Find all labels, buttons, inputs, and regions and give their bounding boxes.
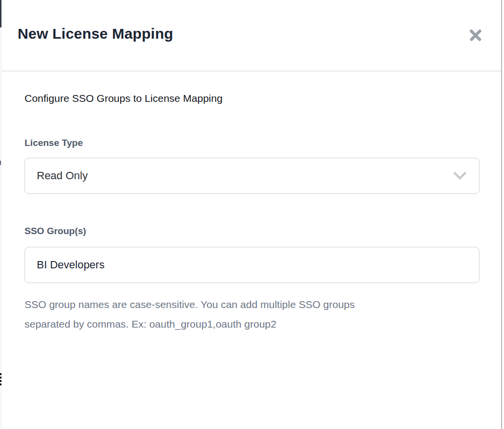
modal-header: New License Mapping (2, 0, 501, 72)
license-type-select[interactable]: Read Only (25, 158, 479, 194)
chevron-down-icon (454, 172, 466, 180)
page-behind-dark-header-edge (0, 0, 1, 27)
help-line-2: separated by commas. Ex: oauth_group1,oa… (25, 318, 277, 330)
close-icon (469, 28, 482, 41)
page-behind-right-edge (502, 0, 504, 429)
modal-body: Configure SSO Groups to License Mapping … (2, 72, 501, 334)
close-button[interactable] (468, 27, 483, 43)
page-behind-list-dash (0, 373, 1, 375)
modal-title: New License Mapping (18, 25, 173, 42)
sso-groups-input-wrapper (25, 247, 479, 283)
license-type-selected-value: Read Only (37, 169, 88, 182)
help-line-1: SSO group names are case-sensitive. You … (25, 299, 355, 310)
sso-groups-input[interactable] (37, 247, 467, 283)
license-type-label: License Type (25, 137, 479, 149)
form-heading: Configure SSO Groups to License Mapping (25, 91, 479, 106)
sso-groups-label: SSO Group(s) (25, 225, 479, 237)
new-license-mapping-dialog: New License Mapping Configure SSO Groups… (2, 0, 501, 429)
page-behind-list-dash (0, 383, 1, 385)
page-behind-list-dash (0, 380, 1, 382)
sso-groups-help-text: SSO group names are case-sensitive. You … (25, 295, 479, 334)
license-type-field-group: License Type Read Only (25, 137, 479, 194)
sso-groups-field-group: SSO Group(s) SSO group names are case-se… (25, 225, 479, 334)
page-behind-text-fragment (0, 161, 1, 165)
page-behind-list-dash (0, 377, 1, 379)
